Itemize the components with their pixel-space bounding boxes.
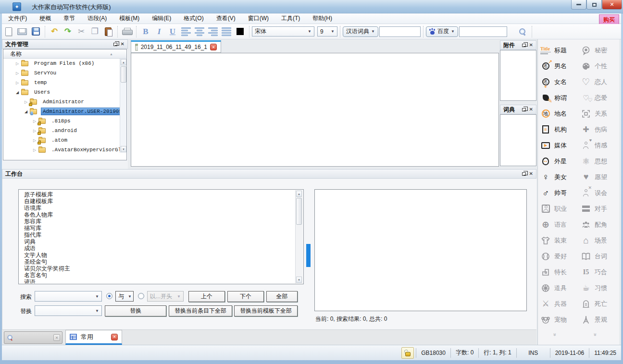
close-panel-icon[interactable]: ✕	[529, 107, 533, 112]
bottom-search-box[interactable]: ✕	[4, 331, 62, 344]
category-item[interactable]: 特长	[539, 264, 579, 280]
category-item[interactable]: 关系	[579, 106, 620, 121]
more-chevron-icon[interactable]: «	[551, 334, 557, 336]
category-item[interactable]: 名↗男名	[539, 58, 579, 74]
more-chevron-icon[interactable]: «	[592, 334, 598, 336]
library-item[interactable]: 各色人物库	[24, 211, 295, 218]
category-item[interactable]: ⚛思想	[579, 153, 620, 169]
dictionary-select[interactable]: 汉语词典▼	[343, 26, 378, 37]
library-item[interactable]: 圣经金句	[24, 258, 295, 265]
tree-item[interactable]: ▷Administrator	[3, 97, 120, 107]
library-item[interactable]: 谚语	[24, 279, 295, 283]
category-item[interactable]: 道具	[539, 280, 579, 296]
category-item[interactable]: 景观	[579, 312, 620, 328]
web-search-button[interactable]	[516, 25, 529, 38]
attachments-list[interactable]	[500, 50, 536, 101]
menu-item[interactable]: 帮助(H)	[306, 13, 338, 24]
undo-button[interactable]: ↶	[48, 25, 61, 38]
category-item[interactable]: ⚔兵器	[539, 296, 579, 312]
library-item[interactable]: 自建模板库	[24, 198, 295, 205]
category-item[interactable]: 配角	[579, 217, 620, 232]
category-item[interactable]: ♡恋人	[579, 74, 620, 90]
print-button[interactable]	[120, 25, 134, 38]
scroll-up-icon[interactable]: ▴	[296, 191, 302, 197]
italic-button[interactable]: I	[152, 25, 166, 38]
category-item[interactable]: 个性	[579, 58, 620, 74]
menu-item[interactable]: 格式(O)	[177, 13, 210, 24]
library-item[interactable]: 成语	[24, 245, 295, 252]
tree-column-header[interactable]: 名称 ▲	[3, 49, 126, 59]
category-item[interactable]: 对手	[579, 201, 620, 217]
library-item[interactable]: 形容库	[24, 218, 295, 225]
library-item[interactable]: 语境库	[24, 205, 295, 211]
dictionary-list[interactable]	[500, 114, 536, 166]
dictionary-search-input[interactable]	[379, 26, 421, 37]
expand-arrow-icon[interactable]: ▷	[23, 100, 29, 104]
starts-with-radio[interactable]	[138, 293, 144, 299]
menu-item[interactable]: 编辑(E)	[146, 13, 177, 24]
replace-button[interactable]: 替换	[105, 305, 166, 316]
library-item[interactable]: 诺贝尔文学奖得主	[24, 265, 295, 272]
close-panel-icon[interactable]: ✕	[121, 42, 125, 47]
result-view[interactable]	[314, 189, 527, 311]
library-item[interactable]: 原子模板库	[24, 191, 295, 198]
expand-arrow-icon[interactable]: ▷	[31, 119, 38, 123]
close-button[interactable]: ✕	[602, 0, 622, 10]
copy-button[interactable]: ❐	[88, 25, 101, 38]
minimize-button[interactable]	[571, 0, 586, 10]
font-family-select[interactable]: 宋体▼	[252, 26, 314, 36]
menu-item[interactable]: 语段(A)	[81, 13, 113, 24]
tree-item[interactable]: ▷Program Files (x86)	[3, 59, 120, 68]
close-panel-icon[interactable]: ✕	[529, 171, 533, 176]
align-right-button[interactable]	[206, 25, 220, 38]
category-item[interactable]: ✚伤病	[579, 121, 620, 137]
expand-arrow-icon[interactable]: ▷	[14, 61, 21, 66]
next-button[interactable]: 下个	[227, 291, 264, 302]
justify-button[interactable]	[220, 25, 233, 38]
tree-item[interactable]: ◢Users	[3, 87, 120, 97]
align-center-button[interactable]	[193, 25, 206, 38]
category-item[interactable]: ♥情感	[579, 137, 620, 153]
open-button[interactable]	[15, 25, 29, 38]
library-list[interactable]: 原子模板库自建模板库语境库各色人物库形容库描写库指代库词典成语文学人物圣经金句诺…	[19, 190, 295, 283]
library-item[interactable]: 描写库	[24, 225, 295, 231]
tree-item[interactable]: ▷temp	[3, 78, 120, 87]
menu-item[interactable]: 模板(M)	[113, 13, 146, 24]
scroll-down-icon[interactable]: ▾	[296, 277, 302, 283]
tree-item[interactable]: ▷.android	[3, 126, 120, 135]
close-tab-icon[interactable]: ✕	[111, 334, 118, 340]
menu-item[interactable]: 工具(T)	[275, 13, 306, 24]
tree-item[interactable]: ▷ServYou	[3, 68, 120, 78]
menu-item[interactable]: 窗口(W)	[242, 13, 275, 24]
collapse-arrow-icon[interactable]: ◢	[23, 109, 29, 114]
scrollbar-thumb[interactable]	[121, 66, 126, 83]
underline-button[interactable]: U	[166, 25, 179, 38]
library-item[interactable]: 文学人物	[24, 252, 295, 258]
match-mode-radio[interactable]	[106, 293, 112, 299]
category-item[interactable]: 台词	[579, 248, 620, 264]
tree-item[interactable]: ◢Administrator.USER-201905	[3, 107, 120, 116]
category-item[interactable]: ♡♡恋爱	[579, 90, 620, 106]
scroll-up-icon[interactable]: ▴	[121, 59, 126, 65]
library-item[interactable]: 名言名句	[24, 272, 295, 279]
tab-common[interactable]: 常用 ✕	[65, 330, 122, 345]
category-item[interactable]: ✎称谓	[539, 90, 579, 106]
category-item[interactable]: ≡机构	[539, 121, 579, 137]
menu-item[interactable]: 梗概	[33, 13, 57, 24]
all-button[interactable]: 全部	[266, 291, 298, 302]
category-item[interactable]: ••外星	[539, 153, 579, 169]
close-tab-icon[interactable]: ✕	[210, 44, 217, 50]
float-panel-icon[interactable]	[113, 43, 117, 46]
tree-item[interactable]: ▷.818ps	[3, 116, 120, 126]
category-item[interactable]: 地地名	[539, 106, 579, 121]
library-scrollbar[interactable]: ▴ ▾	[295, 190, 303, 283]
expand-arrow-icon[interactable]: ▷	[31, 129, 38, 133]
replace-combo[interactable]: ▼	[35, 305, 102, 316]
scrollbar-thumb[interactable]	[296, 198, 302, 225]
bold-button[interactable]: B	[139, 25, 152, 38]
align-left-button[interactable]	[179, 25, 193, 38]
library-item[interactable]: 词典	[24, 238, 295, 245]
tree-vertical-scrollbar[interactable]: ▴ ▾	[120, 59, 126, 153]
category-item[interactable]: ✕误会	[579, 185, 620, 201]
font-size-select[interactable]: 9▼	[317, 26, 337, 36]
